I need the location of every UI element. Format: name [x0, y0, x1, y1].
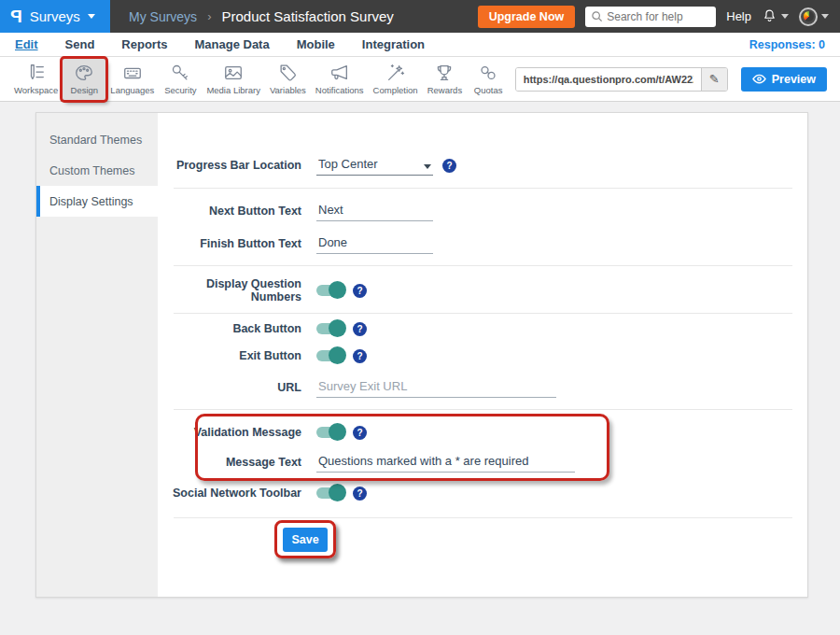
quotas-links-icon — [477, 63, 499, 83]
chevron-down-icon — [88, 14, 95, 19]
next-button-text-input[interactable] — [316, 201, 433, 221]
finish-button-text-input[interactable] — [316, 233, 433, 254]
social-network-toolbar-row: Social Network Toolbar — [158, 481, 792, 505]
message-text-row: Message Text — [158, 450, 792, 474]
tool-item-completion[interactable]: Completion — [369, 59, 423, 100]
exit-url-row: URL — [158, 375, 792, 400]
divider — [174, 409, 792, 410]
workspace-icon — [25, 63, 48, 83]
sidebar-item-standard-themes[interactable]: Standard Themes — [36, 124, 158, 155]
help-icon[interactable] — [353, 426, 367, 440]
chevron-down-icon — [781, 14, 789, 19]
header-right-group: Upgrade Now Help — [478, 6, 840, 28]
design-sidebar: Standard Themes Custom Themes Display Se… — [36, 113, 158, 597]
tool-item-notifications[interactable]: Notifications — [311, 59, 369, 100]
tool-item-rewards[interactable]: Rewards — [423, 59, 468, 100]
divider — [174, 313, 792, 314]
survey-url-box: ✎ — [515, 67, 728, 92]
tool-item-variables[interactable]: Variables — [265, 59, 311, 100]
divider — [174, 188, 792, 189]
help-icon[interactable] — [353, 284, 367, 298]
tool-item-security[interactable]: Security — [159, 59, 202, 100]
media-library-image-icon — [222, 63, 245, 83]
bell-icon — [762, 8, 777, 24]
survey-nav: Edit Send Reports Manage Data Mobile Int… — [0, 33, 840, 57]
exit-button-row: Exit Button — [158, 344, 792, 368]
breadcrumb-my-surveys[interactable]: My Surveys — [129, 9, 197, 24]
sidebar-item-custom-themes[interactable]: Custom Themes — [36, 155, 158, 186]
tool-item-languages[interactable]: Languages — [105, 59, 159, 100]
page-title: Product Satisfaction Survey — [221, 8, 393, 24]
responses-count[interactable]: Responses: 0 — [749, 38, 825, 51]
eye-icon — [752, 73, 766, 85]
help-search[interactable] — [585, 7, 716, 27]
top-header: P Surveys My Surveys › Product Satisfact… — [0, 0, 840, 33]
back-button-row: Back Button — [158, 317, 792, 341]
exit-button-toggle[interactable] — [316, 350, 343, 361]
chevron-down-icon — [424, 164, 431, 169]
help-icon[interactable] — [353, 487, 367, 501]
help-link[interactable]: Help — [726, 9, 751, 23]
help-icon[interactable] — [353, 322, 367, 336]
variables-tag-icon — [276, 63, 299, 83]
divider — [174, 265, 792, 266]
finish-button-text-row: Finish Button Text — [158, 232, 792, 256]
survey-url-input[interactable] — [516, 68, 701, 91]
tool-item-workspace[interactable]: Workspace — [9, 59, 63, 100]
help-icon[interactable] — [442, 159, 456, 173]
languages-keyboard-icon — [121, 63, 144, 83]
nav-tab-integration[interactable]: Integration — [362, 37, 425, 51]
breadcrumb: My Surveys › Product Satisfaction Survey — [129, 8, 394, 24]
next-button-text-row: Next Button Text — [158, 199, 792, 223]
display-question-numbers-toggle[interactable] — [316, 285, 343, 296]
tool-item-design[interactable]: Design — [63, 59, 105, 100]
progress-bar-location-select[interactable]: Top Center — [316, 155, 433, 176]
tool-item-quotas[interactable]: Quotas — [467, 59, 510, 100]
breadcrumb-separator: › — [207, 9, 211, 23]
tool-item-media-library[interactable]: Media Library — [202, 59, 265, 100]
product-menu[interactable]: P Surveys — [0, 0, 110, 33]
back-button-toggle[interactable] — [316, 323, 343, 334]
chevron-down-icon — [821, 14, 829, 19]
display-question-numbers-row: Display Question Numbers — [158, 278, 792, 303]
product-menu-label: Surveys — [30, 8, 80, 24]
display-settings-panel: Progress Bar Location Top Center Next Bu… — [158, 113, 807, 597]
design-palette-icon — [73, 63, 95, 83]
validation-message-toggle[interactable] — [316, 427, 343, 438]
nav-tab-mobile[interactable]: Mobile — [297, 37, 335, 51]
survey-url-group: ✎ Preview — [515, 67, 840, 92]
divider — [174, 517, 792, 518]
search-icon — [591, 10, 603, 22]
edit-url-pencil-icon[interactable]: ✎ — [701, 68, 727, 91]
notifications-megaphone-icon — [329, 63, 351, 83]
nav-tab-manage-data[interactable]: Manage Data — [194, 37, 269, 51]
account-menu[interactable] — [799, 7, 829, 26]
help-icon[interactable] — [353, 349, 367, 363]
notifications-menu[interactable] — [762, 8, 789, 24]
progress-bar-location-row: Progress Bar Location Top Center — [158, 153, 792, 177]
avatar — [799, 7, 818, 26]
message-text-input[interactable] — [316, 452, 575, 473]
help-search-input[interactable] — [607, 10, 710, 23]
preview-button[interactable]: Preview — [741, 67, 827, 92]
validation-message-row: Validation Message — [158, 420, 792, 444]
exit-url-input[interactable] — [316, 377, 556, 398]
rewards-trophy-icon — [433, 63, 455, 83]
save-button[interactable]: Save — [283, 528, 328, 552]
upgrade-now-button[interactable]: Upgrade Now — [478, 6, 576, 28]
security-key-icon — [169, 63, 191, 83]
edit-toolbar: Workspace Design Languages Security Medi… — [0, 57, 840, 102]
nav-tab-edit[interactable]: Edit — [15, 37, 38, 51]
design-settings-card: Standard Themes Custom Themes Display Se… — [35, 112, 808, 598]
completion-wand-icon — [385, 63, 407, 83]
social-network-toolbar-toggle[interactable] — [316, 487, 343, 499]
nav-tab-send[interactable]: Send — [65, 37, 95, 51]
questionpro-logo-icon: P — [10, 7, 22, 27]
nav-tab-reports[interactable]: Reports — [121, 37, 167, 51]
sidebar-item-display-settings[interactable]: Display Settings — [36, 186, 158, 217]
